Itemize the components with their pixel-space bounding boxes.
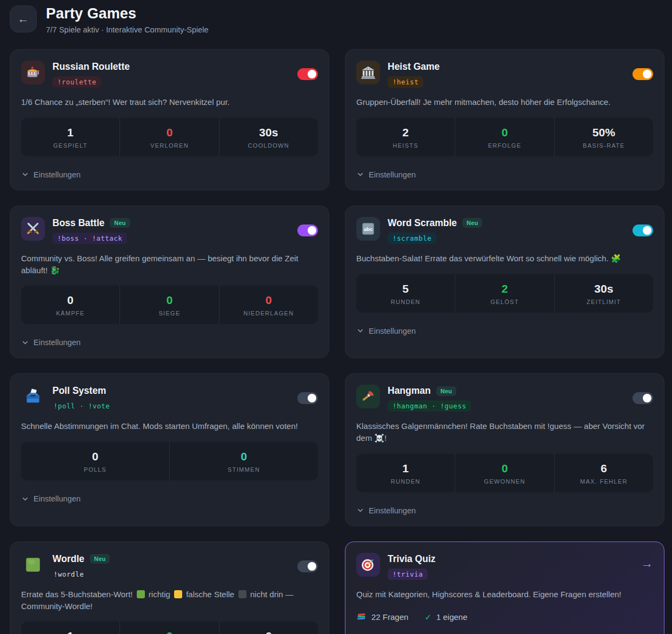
command-badge: !boss · !attack [52, 233, 127, 244]
game-title: Hangman [388, 385, 431, 397]
own-questions-count: 1 eigene [436, 612, 468, 622]
game-description: Community vs. Boss! Alle greifen gemeins… [21, 253, 318, 276]
bank-icon: $ [356, 61, 380, 84]
game-card-hangman: Hangman Neu !hangman · !guess Klassische… [345, 373, 664, 526]
game-description: Errate das 5-Buchstaben-Wort! richtig fa… [21, 589, 318, 612]
svg-text:abc: abc [364, 226, 373, 232]
game-toggle[interactable] [633, 224, 653, 236]
neu-badge: Neu [462, 218, 482, 228]
stat-niederlagen: 0NIEDERLAGEN [219, 286, 318, 324]
settings-label: Einstellungen [369, 506, 416, 515]
stat-siege: 0SIEGE [120, 286, 219, 324]
command-badge: !hangman · !guess [388, 400, 471, 412]
game-description: Gruppen-Überfall! Je mehr mitmachen, des… [356, 96, 653, 108]
game-card-word-scramble: abc Word Scramble Neu !scramble Buchstab… [345, 206, 664, 359]
game-title: Word Scramble [388, 217, 457, 229]
stat-gespielt: 1GESPIELT [21, 118, 120, 156]
neu-badge: Neu [90, 554, 110, 564]
stats-box: 0KÄMPFE 0SIEGE 0NIEDERLAGEN [21, 286, 318, 324]
game-title: Poll System [52, 385, 106, 397]
stat-stimmen: 0STIMMEN [170, 442, 318, 480]
game-toggle[interactable] [297, 392, 318, 404]
stat-verloren: 0VERLOREN [120, 118, 219, 156]
books-icon [356, 611, 367, 623]
open-trivia-arrow-icon[interactable]: → [641, 556, 653, 571]
stat-geloest: 0GELÖST [120, 622, 219, 634]
neu-badge: Neu [110, 218, 130, 228]
command-badge: !heist [388, 76, 423, 88]
game-description: Buchstaben-Salat! Errate das verwürfelte… [356, 253, 653, 265]
stats-box: 1RUNDEN 0GEWONNEN 6MAX. FEHLER [356, 454, 653, 492]
settings-label: Einstellungen [34, 494, 81, 503]
stat-runden: 5RUNDEN [356, 274, 455, 313]
neu-badge: Neu [436, 386, 456, 396]
game-title: Russian Roulette [52, 61, 130, 72]
game-title: Trivia Quiz [388, 553, 436, 565]
svg-text:$: $ [368, 68, 369, 70]
stats-box: 2HEISTS 0ERFOLGE 50%BASIS-RATE [356, 118, 653, 156]
settings-expander[interactable]: Einstellungen [21, 170, 318, 179]
game-description: Klassisches Galgenmännchen! Rate Buchsta… [356, 420, 653, 444]
check-icon: ✓ [424, 612, 431, 622]
stat-max-fehler: 6MAX. FEHLER [555, 454, 653, 492]
game-toggle[interactable] [297, 560, 318, 572]
back-arrow-icon: ← [18, 12, 29, 25]
toggle-knob [308, 562, 316, 571]
stats-box: 1RUNDEN 0GELÖST 6VERSUCHE [21, 622, 318, 634]
game-toggle[interactable] [297, 224, 318, 236]
game-toggle[interactable] [633, 68, 653, 80]
stat-geloest: 2GELÖST [455, 274, 554, 313]
game-card-heist: $ Heist Game !heist Gruppen-Überfall! Je… [345, 49, 664, 190]
ballot-box-icon [21, 385, 45, 408]
crossed-swords-icon [21, 217, 45, 241]
command-badge: !roulette [52, 76, 101, 88]
settings-label: Einstellungen [34, 338, 81, 347]
game-description: 1/6 Chance zu „sterben“! Wer traut sich?… [21, 96, 318, 108]
toggle-knob [308, 226, 316, 235]
target-icon [356, 553, 380, 577]
stats-box: 5RUNDEN 2GELÖST 30sZEITLIMIT [356, 274, 653, 313]
command-badge: !scramble [388, 233, 436, 244]
slot-machine-icon [21, 61, 45, 84]
stat-gewonnen: 0GEWONNEN [455, 454, 554, 492]
back-button[interactable]: ← [10, 5, 37, 32]
toggle-knob [308, 70, 316, 78]
game-card-trivia-quiz[interactable]: Trivia Quiz !trivia → Quiz mit Kategorie… [345, 541, 664, 634]
game-card-russian-roulette: Russian Roulette !roulette 1/6 Chance zu… [10, 49, 329, 190]
stat-zeitlimit: 30sZEITLIMIT [555, 274, 653, 313]
game-toggle[interactable] [297, 68, 318, 80]
green-square-icon [21, 553, 45, 577]
game-description: Quiz mit Kategorien, Highscores & Leader… [356, 589, 653, 600]
command-badge: !trivia [388, 569, 428, 580]
chevron-down-icon [356, 170, 364, 179]
stat-cooldown: 30sCOOLDOWN [219, 118, 318, 156]
stat-erfolge: 0ERFOLGE [455, 118, 554, 156]
stat-polls: 0POLLS [21, 442, 170, 480]
page-header: ← Party Games 7/7 Spiele aktiv · Interak… [0, 0, 672, 34]
game-toggle[interactable] [633, 392, 653, 404]
page-subtitle: 7/7 Spiele aktiv · Interaktive Community… [46, 25, 209, 34]
game-card-boss-battle: Boss Battle Neu !boss · !attack Communit… [10, 206, 329, 359]
settings-expander[interactable]: Einstellungen [356, 327, 653, 335]
axe-icon [356, 385, 380, 408]
game-description: Schnelle Abstimmungen im Chat. Mods star… [21, 420, 318, 432]
settings-expander[interactable]: Einstellungen [21, 338, 318, 347]
chevron-down-icon [21, 170, 29, 179]
game-card-wordle: Wordle Neu !wordle Errate das 5-Buchstab… [10, 541, 329, 634]
settings-label: Einstellungen [369, 327, 416, 335]
toggle-knob [643, 226, 651, 235]
command-badge: !wordle [52, 569, 85, 580]
settings-expander[interactable]: Einstellungen [21, 494, 318, 503]
toggle-knob [308, 394, 316, 402]
game-title: Boss Battle [52, 217, 104, 229]
settings-expander[interactable]: Einstellungen [356, 506, 653, 515]
questions-count: 22 Fragen [371, 612, 408, 622]
settings-label: Einstellungen [34, 170, 81, 179]
page-title: Party Games [46, 5, 209, 22]
stat-heists: 2HEISTS [356, 118, 455, 156]
abc-icon: abc [356, 217, 380, 241]
settings-expander[interactable]: Einstellungen [356, 170, 653, 179]
stats-box: 0POLLS 0STIMMEN [21, 442, 318, 480]
game-title: Wordle [52, 553, 84, 565]
chevron-down-icon [21, 495, 29, 503]
